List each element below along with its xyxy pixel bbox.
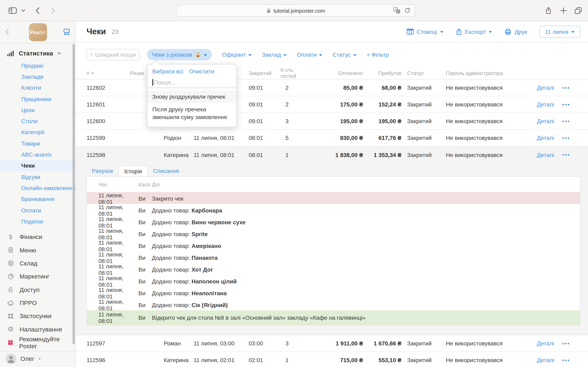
sidebar-item-workshops[interactable]: Цехи [0,104,76,116]
sidebar-item-products[interactable]: Товари [0,138,76,149]
terminal-button[interactable] [62,28,71,36]
select-all-link[interactable]: Вибрати всі [152,68,183,75]
tab-receipt[interactable]: Рахунок [86,166,119,176]
payments-filter[interactable]: Оплати [297,51,322,58]
sidebar-item-categories[interactable]: Категорії [0,127,76,138]
sidebar-item-reviews[interactable]: Відгуки [0,171,76,183]
date-range-button[interactable]: 11 липня [539,25,580,38]
table-row-selected[interactable]: 112598 Катерина 11 липня, 08:01 08:01 1 … [76,146,588,163]
chevron-down-icon [319,54,322,56]
col-header-closed[interactable]: Закритий [249,70,281,76]
export-button[interactable]: Експорт [456,28,492,35]
sidebar-item-tables[interactable]: Столи [0,116,76,127]
tab-menu-chevron[interactable] [21,0,25,21]
dropdown-option-reprinted[interactable]: Знову роздрукували пречек [147,91,236,103]
history-row: 11 липня, 08:01 Ви Додано товар: Панакот… [87,251,580,263]
quick-search-input[interactable] [86,49,140,60]
sidebar-item-finance[interactable]: $ Фінанси [0,230,76,243]
sidebar-item-access[interactable]: Доступ [0,283,76,296]
browser-toolbar: tutorial.joinposter.com A А [0,0,588,21]
columns-icon [407,29,414,35]
status-filter[interactable]: Статус [333,51,356,58]
pos-terminal-icon [62,28,71,36]
sidebar-section-statistics[interactable]: Статистика [0,48,76,58]
more-actions-button[interactable]: ••• [553,357,588,363]
details-link[interactable]: Деталі [531,151,553,158]
columns-button[interactable]: Стовпці [407,28,443,35]
risk-filter-pill[interactable]: Чеки з ризиком [147,49,212,60]
more-actions-button[interactable]: ••• [553,118,588,124]
venue-filter[interactable]: Заклад [262,51,287,58]
avatar [6,354,16,364]
scared-cat-emoji-icon [195,51,201,58]
search-icon [90,52,93,58]
sidebar-item-employees[interactable]: Працівники [0,93,76,105]
collapse-sidebar-button[interactable] [5,28,9,35]
waiter-filter[interactable]: Офіціант [222,51,252,58]
sidebar-item-venues[interactable]: Заклади [0,71,76,82]
sidebar-toggle-button[interactable] [8,0,17,21]
print-button[interactable]: Друк [504,28,527,35]
chevron-down-icon [571,31,575,33]
document-icon [7,246,15,254]
tab-overview-button[interactable] [574,0,582,21]
sidebar-item-menu[interactable]: Меню [0,243,76,257]
sidebar-item-warehouse[interactable]: Склад [0,257,76,270]
details-link[interactable]: Деталі [531,357,553,363]
translate-icon[interactable]: A А [393,7,401,14]
details-link[interactable]: Деталі [531,340,553,347]
tab-writeoffs[interactable]: Списання [148,166,184,176]
history-header-row: Час Каса Дія [87,176,580,192]
dropdown-option-sum-decreased[interactable]: Після друку пречека зменшили суму замовл… [147,103,236,124]
sidebar-item-settings[interactable]: ⚙ Налаштування [0,323,76,336]
history-row: 11 липня, 08:01 Ви Додано товар: Вино че… [87,216,580,227]
dropdown-search-input[interactable]: Пошук... [147,77,236,88]
col-header-paid[interactable]: Оплачено [310,70,363,76]
bar-chart-icon [7,50,14,57]
chevron-down-icon [283,54,287,56]
more-actions-button[interactable]: ••• [553,135,588,141]
sidebar-item-abc-analysis[interactable]: АВС-аналіз [0,149,76,160]
back-button[interactable] [35,0,40,21]
sidebar-item-online-orders[interactable]: Онлайн-замовлення [0,183,76,194]
share-button[interactable] [545,0,552,21]
sidebar-item-apps[interactable]: Застосунки [0,309,76,323]
sidebar-item-receipts[interactable]: Чеки [0,160,76,171]
forward-button[interactable] [51,0,56,21]
details-link[interactable]: Деталі [531,84,553,91]
sidebar-item-prro[interactable]: ПРРО [0,296,76,309]
more-actions-button[interactable]: ••• [553,101,588,108]
table-row[interactable]: 112599 Родіон 11 липня, 08:01 08:01 5 83… [76,130,588,146]
table-row[interactable]: 112596 Катерина 11 липня, 02:01 02:01 1 … [76,352,588,367]
col-header-guests[interactable]: К-сть гостей [281,67,310,79]
details-link[interactable]: Деталі [531,101,553,108]
history-row: 11 липня, 08:01 Ви Додано товар: Sprite [87,227,580,239]
col-header-admin-password[interactable]: Пароль адміністратора [441,70,531,76]
details-link[interactable]: Деталі [531,118,553,124]
sidebar-item-clients[interactable]: Клієнти [0,82,76,93]
sidebar-item-sales[interactable]: Продажі [0,60,76,71]
sidebar-item-taxes[interactable]: Податки [0,216,76,227]
sidebar-scrollbar[interactable] [73,44,75,344]
more-actions-button[interactable]: ••• [553,340,588,346]
table-row[interactable]: 112597 Роман 11 липня, 03:00 03:00 3 1 9… [76,335,588,352]
lock-icon [266,8,271,13]
poster-logo[interactable]: Poster [29,23,47,41]
new-tab-button[interactable] [560,0,567,21]
tab-history[interactable]: Історія [119,166,148,176]
sidebar-item-payments[interactable]: Оплати [0,205,76,216]
sidebar-item-reservations[interactable]: Бронювання [0,193,76,205]
address-bar[interactable]: tutorial.joinposter.com A А [176,4,415,17]
user-menu[interactable]: Олег [0,351,76,366]
reload-icon[interactable] [404,7,411,14]
more-actions-button[interactable]: ••• [553,85,588,91]
col-header-profit[interactable]: Прибуток [363,70,401,76]
col-header-id[interactable]: # [76,70,130,76]
details-link[interactable]: Деталі [531,134,553,141]
sidebar-item-recommend[interactable]: Рекомендуйте Poster [0,336,76,349]
add-filter-button[interactable]: + Фільтр [366,51,389,58]
clear-link[interactable]: Очистити [189,68,214,75]
sidebar-item-marketing[interactable]: Маркетинг [0,270,76,283]
more-actions-button[interactable]: ••• [553,152,588,158]
col-header-status[interactable]: Статус [401,70,441,76]
